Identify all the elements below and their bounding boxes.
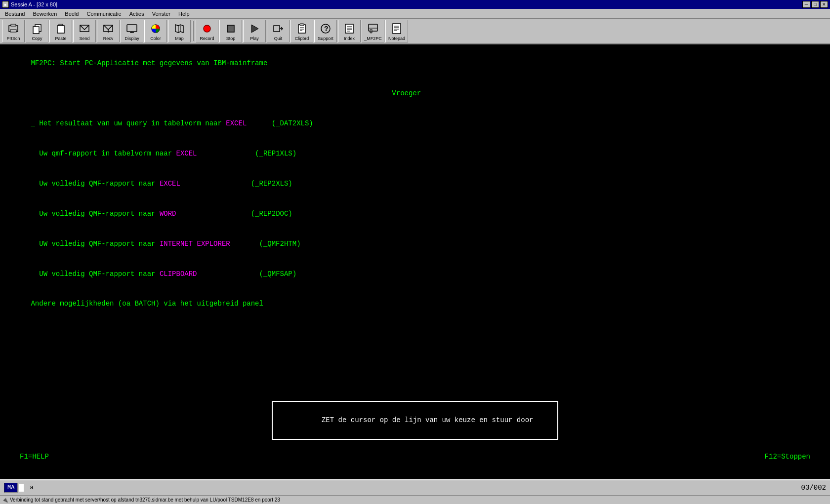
svg-rect-30 <box>345 24 353 33</box>
clipbrd-label: Clipbrd <box>295 36 309 41</box>
recv-button[interactable]: Recv <box>97 20 120 42</box>
paste-button[interactable]: Paste <box>49 20 72 42</box>
svg-rect-7 <box>57 26 64 33</box>
svg-marker-20 <box>251 25 258 33</box>
terminal-line-1: _ Het resultaat van uw query in tabelvor… <box>6 109 824 139</box>
prtscn-icon <box>6 22 20 36</box>
menu-venster[interactable]: Venster <box>149 10 173 17</box>
window-icon: ■ <box>2 1 9 8</box>
terminal-line-3: Uw volledig QMF-rapport naar EXCEL (_REP… <box>6 169 824 199</box>
send-button[interactable]: Send <box>73 20 96 42</box>
svg-rect-1 <box>10 30 16 32</box>
copy-label: Copy <box>32 36 42 41</box>
terminal-line-5: UW volledig QMF-rapport naar INTERNET EX… <box>6 229 824 259</box>
paste-icon <box>54 22 68 36</box>
menu-communicatie[interactable]: Communicatie <box>83 10 124 17</box>
status-bar: MA a 03/002 <box>0 479 830 495</box>
connection-icon: 🔌 <box>2 497 8 503</box>
mf2pc-button[interactable]: _MF2PC <box>362 20 384 42</box>
quit-icon <box>271 22 285 36</box>
mf2pc-icon <box>366 22 380 36</box>
prtscn-button[interactable]: PrtScn <box>2 20 25 42</box>
display-label: Display <box>124 36 139 41</box>
status-ma: MA <box>4 483 18 493</box>
svg-rect-21 <box>274 26 280 32</box>
prtscn-label: PrtScn <box>6 36 20 41</box>
clipbrd-button[interactable]: Clipbrd <box>290 20 313 42</box>
svg-text:?: ? <box>324 25 329 33</box>
terminal-area[interactable]: MF2PC: Start PC-Applicatie met gegevens … <box>0 44 830 479</box>
maximize-button[interactable]: □ <box>811 1 819 8</box>
connection-text: Verbinding tot stand gebracht met server… <box>10 497 280 503</box>
play-label: Play <box>250 36 259 41</box>
svg-marker-15 <box>175 25 183 33</box>
window-title: Sessie A - [32 x 80] <box>11 1 57 7</box>
stop-icon <box>224 22 238 36</box>
quit-button[interactable]: Quit <box>267 20 290 42</box>
fkey-f12[interactable]: F12=Stoppen <box>765 452 810 462</box>
svg-rect-39 <box>393 24 401 34</box>
stop-button[interactable]: Stop <box>219 20 242 42</box>
fkey-line: F1=HELP F12=Stoppen <box>0 452 830 462</box>
map-icon <box>172 22 186 36</box>
title-bar: ■ Sessie A - [32 x 80] ─ □ ✕ <box>0 0 830 9</box>
support-button[interactable]: ? Support <box>314 20 337 42</box>
map-button[interactable]: Map <box>168 20 191 42</box>
close-button[interactable]: ✕ <box>820 1 828 8</box>
stop-label: Stop <box>226 36 236 41</box>
support-icon: ? <box>319 22 332 36</box>
quit-label: Quit <box>274 36 283 41</box>
terminal-header: MF2PC: Start PC-Applicatie met gegevens … <box>6 48 824 78</box>
main-container: ■ Sessie A - [32 x 80] ─ □ ✕ Bestand Bew… <box>0 0 830 504</box>
terminal-line-7: Andere mogelijkheden (oa BATCH) via het … <box>6 289 824 319</box>
menu-beeld[interactable]: Beeld <box>62 10 82 17</box>
status-position: 03/002 <box>801 484 826 492</box>
map-label: Map <box>175 36 184 41</box>
toolbar: PrtScn Copy Paste Send Recv <box>0 19 830 44</box>
svg-rect-11 <box>127 25 137 32</box>
support-label: Support <box>318 36 333 41</box>
paste-label: Paste <box>55 36 66 41</box>
menu-bewerken[interactable]: Bewerken <box>30 10 60 17</box>
index-button[interactable]: Index <box>338 20 361 42</box>
send-icon <box>78 22 91 36</box>
display-icon <box>125 22 139 36</box>
play-button[interactable]: Play <box>243 20 266 42</box>
menu-acties[interactable]: Acties <box>126 10 147 17</box>
menu-bestand[interactable]: Bestand <box>2 10 28 17</box>
terminal-vroeger-line: Vroeger <box>6 78 824 109</box>
color-icon <box>149 22 163 36</box>
mf2pc-label: _MF2PC <box>364 36 382 41</box>
fkey-f1[interactable]: F1=HELP <box>20 452 49 462</box>
title-bar-controls: ─ □ ✕ <box>802 1 828 8</box>
connection-bar: 🔌 Verbinding tot stand gebracht met serv… <box>0 495 830 504</box>
record-icon <box>200 22 214 36</box>
record-button[interactable]: Record <box>196 20 218 42</box>
recv-label: Recv <box>103 36 114 41</box>
notepad-button[interactable]: Notepad <box>385 20 408 42</box>
index-icon <box>342 22 356 36</box>
record-label: Record <box>200 36 214 41</box>
minimize-button[interactable]: ─ <box>802 1 810 8</box>
input-box: ZET de cursor op de lijn van uw keuze en… <box>272 401 558 440</box>
svg-rect-24 <box>300 24 304 26</box>
play-icon <box>248 22 261 36</box>
menu-help[interactable]: Help <box>175 10 193 17</box>
svg-rect-19 <box>227 25 234 32</box>
index-label: Index <box>344 36 355 41</box>
display-button[interactable]: Display <box>121 20 143 42</box>
title-bar-left: ■ Sessie A - [32 x 80] <box>2 1 57 8</box>
svg-rect-2 <box>11 24 16 26</box>
svg-rect-4 <box>33 27 39 34</box>
recv-icon <box>101 22 115 36</box>
svg-point-18 <box>204 25 210 32</box>
terminal-line-6: UW volledig QMF-rapport naar CLIPBOARD (… <box>6 259 824 289</box>
notepad-icon <box>390 22 404 36</box>
copy-button[interactable]: Copy <box>26 20 48 42</box>
color-label: Color <box>150 36 161 41</box>
clipbrd-icon <box>295 22 309 36</box>
color-button[interactable]: Color <box>144 20 167 42</box>
terminal-line-2: Uw qmf-rapport in tabelvorm naar EXCEL (… <box>6 139 824 169</box>
terminal-line-4: Uw volledig QMF-rapport naar WORD (_REP2… <box>6 198 824 229</box>
toolbar-separator <box>193 21 194 41</box>
